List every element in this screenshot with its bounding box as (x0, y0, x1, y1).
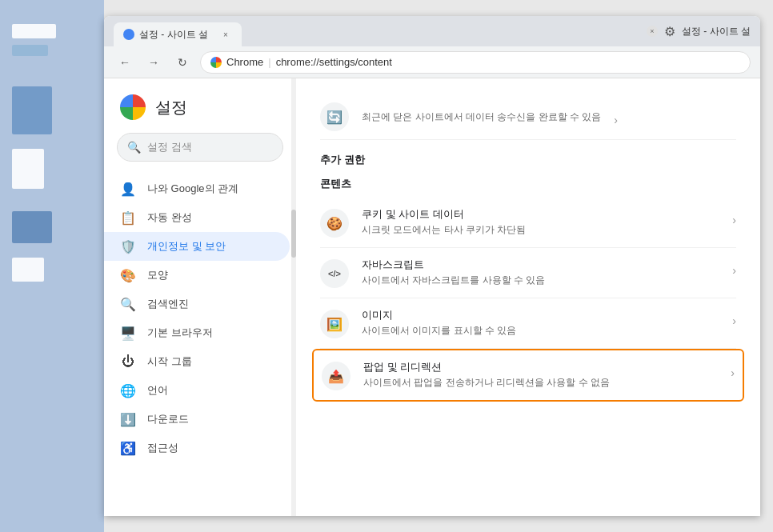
chevron-right-icon: › (732, 264, 736, 277)
cookies-item[interactable]: 🍪 쿠키 및 사이트 데이터 시크릿 모드에서는 타사 쿠키가 차단됨 › (320, 198, 736, 248)
top-item-text: 최근에 닫은 사이트에서 데이터 송수신을 완료할 수 있음 (362, 110, 601, 124)
popup-icon: 📤 (322, 362, 350, 390)
search-placeholder: 설정 검색 (147, 140, 192, 154)
javascript-desc: 사이트에서 자바스크립트를 사용할 수 있음 (362, 274, 719, 287)
cookies-title: 쿠키 및 사이트 데이터 (362, 207, 719, 222)
window-close-button[interactable]: × (647, 26, 658, 37)
left-decoration (0, 0, 104, 532)
back-button[interactable]: ← (114, 51, 136, 74)
accessibility-icon: ♿ (120, 440, 136, 456)
sidebar-item-label: 자동 완성 (147, 210, 192, 225)
tab-close-button[interactable]: × (219, 28, 232, 41)
browser-window: 설정 - 사이트 설 × × ⚙ 설정 - 사이트 설 ← → ↻ Chrome… (104, 16, 760, 516)
active-tab[interactable]: 설정 - 사이트 설 × (114, 22, 242, 46)
sidebar-item-label: 시작 그룹 (147, 354, 192, 369)
popup-text: 팝업 및 리디렉션 사이트에서 팝업을 전송하거나 리디렉션을 사용할 수 없음 (363, 360, 718, 390)
download-icon: ⬇️ (120, 411, 136, 427)
images-title: 이미지 (362, 308, 719, 322)
top-item-desc: 최근에 닫은 사이트에서 데이터 송수신을 완료할 수 있음 (362, 110, 601, 124)
sidebar-scrollbar[interactable] (291, 78, 296, 516)
browser-icon: 🖥️ (120, 325, 136, 341)
sidebar-item-appearance[interactable]: 🎨 모양 (104, 261, 290, 290)
nav-bar: ← → ↻ Chrome | chrome://settings/content (104, 46, 760, 78)
forward-button[interactable]: → (142, 51, 165, 74)
sidebar-item-language[interactable]: 🌐 언어 (104, 376, 290, 405)
cookies-text: 쿠키 및 사이트 데이터 시크릿 모드에서는 타사 쿠키가 차단됨 (362, 207, 719, 237)
main-content: 🔄 최근에 닫은 사이트에서 데이터 송수신을 완료할 수 있음 › 추가 권한… (296, 78, 760, 516)
images-text: 이미지 사이트에서 이미지를 표시할 수 있음 (362, 308, 719, 338)
content-area: 설정 🔍 설정 검색 👤 나와 Google의 관계 📋 자동 완성 🛡️ 개인… (104, 78, 760, 516)
sidebar-item-startup[interactable]: ⏻ 시작 그룹 (104, 347, 290, 376)
sidebar-header: 설정 (104, 94, 296, 133)
address-text: chrome://settings/content (276, 56, 392, 68)
sidebar-item-label: 검색엔진 (147, 297, 189, 311)
sidebar-item-google[interactable]: 👤 나와 Google의 관계 (104, 174, 290, 203)
images-icon: 🖼️ (320, 310, 349, 338)
sync-icon: 🔄 (320, 102, 349, 131)
chevron-right-icon: › (732, 214, 736, 226)
sidebar-title: 설정 (155, 97, 187, 118)
address-bar[interactable]: Chrome | chrome://settings/content (200, 51, 751, 74)
popup-desc: 사이트에서 팝업을 전송하거나 리디렉션을 사용할 수 없음 (363, 376, 718, 390)
javascript-item[interactable]: </> 자바스크립트 사이트에서 자바스크립트를 사용할 수 있음 › (320, 248, 736, 298)
tab-favicon (123, 29, 134, 40)
sidebar-item-download[interactable]: ⬇️ 다운로드 (104, 405, 290, 434)
images-desc: 사이트에서 이미지를 표시할 수 있음 (362, 324, 719, 338)
sidebar-item-label: 언어 (147, 383, 168, 398)
sidebar-item-accessibility[interactable]: ♿ 접근성 (104, 434, 290, 462)
sidebar: 설정 🔍 설정 검색 👤 나와 Google의 관계 📋 자동 완성 🛡️ 개인… (104, 78, 296, 516)
images-item[interactable]: 🖼️ 이미지 사이트에서 이미지를 표시할 수 있음 › (320, 298, 736, 349)
sidebar-item-label: 개인정보 및 보안 (147, 239, 226, 254)
refresh-button[interactable]: ↻ (171, 51, 194, 74)
javascript-icon: </> (320, 259, 349, 288)
site-favicon (210, 57, 222, 68)
chevron-right-icon: › (732, 314, 736, 327)
settings-gear-icon[interactable]: ⚙ (664, 24, 675, 39)
javascript-text: 자바스크립트 사이트에서 자바스크립트를 사용할 수 있음 (362, 258, 719, 287)
chevron-right-icon: › (614, 114, 618, 126)
settings-search-box[interactable]: 🔍 설정 검색 (117, 133, 283, 162)
title-bar: 설정 - 사이트 설 × × ⚙ 설정 - 사이트 설 (104, 16, 760, 46)
popup-redirect-item[interactable]: 📤 팝업 및 리디렉션 사이트에서 팝업을 전송하거나 리디렉션을 사용할 수 … (312, 349, 744, 402)
sidebar-item-search[interactable]: 🔍 검색엔진 (104, 290, 290, 318)
extra-permissions-section: 추가 권한 (320, 153, 736, 167)
sidebar-item-label: 기본 브라우저 (147, 326, 213, 340)
top-item[interactable]: 🔄 최근에 닫은 사이트에서 데이터 송수신을 완료할 수 있음 › (320, 94, 736, 140)
settings-tab-title: 설정 - 사이트 설 (682, 25, 751, 38)
sidebar-item-label: 접근성 (147, 441, 178, 455)
popup-title: 팝업 및 리디렉션 (363, 360, 718, 374)
cookies-icon: 🍪 (320, 209, 349, 238)
javascript-title: 자바스크립트 (362, 258, 719, 272)
search-icon: 🔍 (127, 141, 141, 154)
content-section-label: 콘텐츠 (320, 177, 736, 191)
sidebar-item-autofill[interactable]: 📋 자동 완성 (104, 203, 290, 232)
sidebar-item-label: 다운로드 (147, 412, 189, 426)
scrollbar-thumb (291, 210, 296, 258)
search-engine-icon: 🔍 (120, 296, 136, 312)
chrome-logo (120, 94, 146, 120)
sidebar-item-browser[interactable]: 🖥️ 기본 브라우저 (104, 318, 290, 347)
sidebar-item-label: 나와 Google의 관계 (147, 182, 238, 196)
startup-icon: ⏻ (120, 354, 136, 370)
tab-label: 설정 - 사이트 설 (139, 28, 208, 42)
sidebar-item-label: 모양 (147, 268, 168, 282)
shield-icon: 🛡️ (120, 238, 136, 254)
person-icon: 👤 (120, 181, 136, 197)
title-bar-controls: × ⚙ 설정 - 사이트 설 (647, 24, 751, 39)
tab-area: 설정 - 사이트 설 × (114, 16, 640, 46)
chrome-label: Chrome (226, 56, 263, 68)
palette-icon: 🎨 (120, 267, 136, 283)
address-pipe: | (268, 56, 270, 68)
chevron-right-icon: › (731, 366, 735, 379)
cookies-desc: 시크릿 모드에서는 타사 쿠키가 차단됨 (362, 223, 719, 237)
sidebar-item-privacy[interactable]: 🛡️ 개인정보 및 보안 (104, 232, 290, 261)
language-icon: 🌐 (120, 382, 136, 398)
autofill-icon: 📋 (120, 210, 136, 226)
